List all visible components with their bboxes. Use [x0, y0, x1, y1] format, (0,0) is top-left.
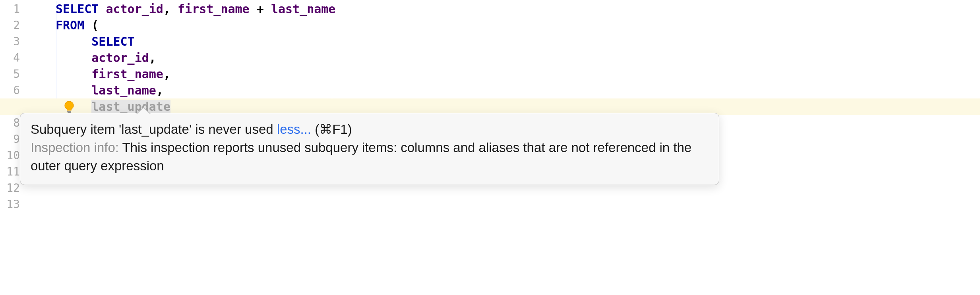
inspection-info-label: Inspection info:: [31, 140, 119, 155]
code-line[interactable]: [0, 196, 335, 212]
plus-operator: +: [257, 2, 264, 16]
comma: ,: [149, 51, 156, 65]
comma: ,: [163, 67, 170, 81]
keyword-from: FROM: [56, 18, 84, 32]
keyword-select: SELECT: [56, 2, 99, 16]
tooltip-less-link[interactable]: less...: [277, 122, 311, 137]
identifier: last_name: [271, 2, 336, 16]
identifier: first_name: [91, 67, 163, 81]
identifier: actor_id: [106, 2, 163, 16]
comma: ,: [156, 83, 163, 97]
code-line[interactable]: first_name,: [0, 66, 335, 82]
identifier: last_name: [91, 83, 156, 97]
code-line[interactable]: SELECT actor_id, first_name + last_name: [0, 1, 335, 17]
keyword-select: SELECT: [91, 35, 134, 48]
identifier: actor_id: [91, 51, 149, 65]
warning-identifier[interactable]: last_update: [91, 100, 170, 114]
svg-rect-0: [67, 111, 71, 112]
code-line[interactable]: last_name,: [0, 82, 335, 98]
comma: ,: [163, 2, 170, 16]
lightbulb-intention-icon[interactable]: [62, 100, 76, 114]
code-line-highlighted[interactable]: last_update: [0, 98, 335, 115]
code-line[interactable]: actor_id,: [0, 50, 335, 66]
tooltip-shortcut: (⌘F1): [315, 122, 352, 137]
tooltip-message: Subquery item 'last_update' is never use…: [31, 122, 273, 137]
identifier: first_name: [178, 2, 250, 16]
paren-open: (: [91, 18, 99, 32]
code-line[interactable]: SELECT: [0, 33, 335, 50]
inspection-info-text: This inspection reports unused subquery …: [31, 140, 691, 173]
code-line[interactable]: FROM (: [0, 17, 335, 33]
inspection-tooltip: Subquery item 'last_update' is never use…: [20, 113, 719, 185]
